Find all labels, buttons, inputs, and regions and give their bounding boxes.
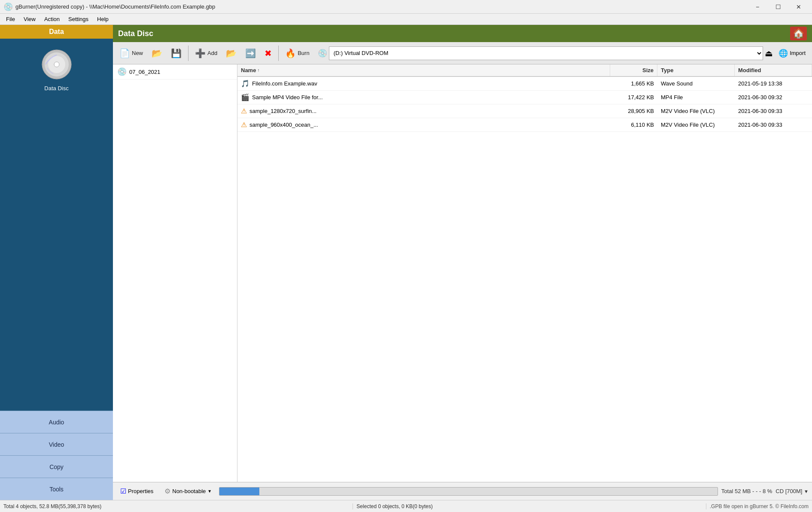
folder-item[interactable]: 💿07_06_2021 xyxy=(113,64,237,79)
file-size-cell: 17,422 KB xyxy=(610,91,657,103)
status-bar: Total 4 objects, 52.8 MB(55,398,378 byte… xyxy=(0,500,812,512)
status-left: Total 4 objects, 52.8 MB(55,398,378 byte… xyxy=(0,503,353,509)
svg-point-3 xyxy=(54,62,59,67)
disc-type-label: CD [700M] xyxy=(776,488,802,494)
close-button[interactable]: ✕ xyxy=(789,0,809,13)
add-label: Add xyxy=(207,50,217,56)
new-icon: 📄 xyxy=(119,48,130,58)
sidebar-header: Data xyxy=(0,25,113,39)
burn-label: Burn xyxy=(298,50,309,56)
sidebar-item-audio[interactable]: Audio xyxy=(0,411,113,433)
gear-icon: ⚙ xyxy=(164,487,170,495)
open-button[interactable]: 📂 xyxy=(148,44,166,62)
file-size-cell: 1,665 KB xyxy=(610,78,657,89)
file-panel: Name ↑ Size Type Modified 🎵FileInfo.com … xyxy=(237,64,812,482)
menu-item-file[interactable]: File xyxy=(2,14,19,24)
content-header-title: Data Disc xyxy=(118,29,153,38)
folder-disc-icon: 💿 xyxy=(117,67,127,76)
file-name-cell: 🎬Sample MP4 Video File for... xyxy=(237,91,610,104)
bottom-bar: ☑ Properties ⚙ Non-bootable ▼ Total 52 M… xyxy=(113,482,812,500)
menu-item-settings[interactable]: Settings xyxy=(64,14,93,24)
content-header: Data Disc 🏠 xyxy=(113,25,812,42)
col-modified-label: Modified xyxy=(738,67,761,73)
table-row[interactable]: 🎬Sample MP4 Video File for... 17,422 KB … xyxy=(237,91,812,104)
sidebar-item-copy[interactable]: Copy xyxy=(0,455,113,478)
disc-dropdown-icon[interactable]: ▼ xyxy=(804,489,809,494)
col-size-label: Size xyxy=(642,67,654,73)
copy-button[interactable]: ➡️ xyxy=(241,44,260,62)
file-type-cell: M2V Video File (VLC) xyxy=(657,105,735,117)
file-panels: 💿07_06_2021 Name ↑ Size Type Modified xyxy=(113,64,812,482)
col-type-label: Type xyxy=(661,67,673,73)
file-name: sample_1280x720_surfin... xyxy=(249,108,316,114)
sidebar-bottom: AudioVideoCopyTools xyxy=(0,411,113,500)
status-extra: .GPB file open in gBurner 5. © FileInfo.… xyxy=(706,503,812,509)
eject-button[interactable]: ⏏ xyxy=(765,48,773,58)
new-label: New xyxy=(132,50,143,56)
file-list-body: 🎵FileInfo.com Example.wav 1,665 KB Wave … xyxy=(237,77,812,482)
title-bar-text: gBurner(Unregistered copy) - \\Mac\Home\… xyxy=(15,3,215,10)
open-icon: 📂 xyxy=(152,48,162,58)
status-right: Selected 0 objects, 0 KB(0 bytes) xyxy=(353,503,706,509)
folder-panel: 💿07_06_2021 xyxy=(113,64,237,482)
file-name-cell: ⚠sample_960x400_ocean_... xyxy=(237,118,610,131)
file-name: sample_960x400_ocean_... xyxy=(249,122,318,128)
sort-icon: ↑ xyxy=(257,68,259,73)
import-button[interactable]: 🌐 Import xyxy=(775,46,809,60)
progress-info: Total 52 MB - - - 8 % xyxy=(721,488,772,494)
folder-item-name: 07_06_2021 xyxy=(129,69,160,75)
col-header-name[interactable]: Name ↑ xyxy=(237,64,610,76)
minimize-button[interactable]: − xyxy=(748,0,767,13)
save-icon: 💾 xyxy=(171,48,182,58)
menu-item-view[interactable]: View xyxy=(19,14,40,24)
burn-icon: 🔥 xyxy=(285,48,296,58)
file-size-cell: 6,110 KB xyxy=(610,119,657,131)
import-icon: 🌐 xyxy=(779,49,788,58)
maximize-button[interactable]: ☐ xyxy=(768,0,788,13)
file-name: Sample MP4 Video File for... xyxy=(252,94,323,101)
table-row[interactable]: ⚠sample_1280x720_surfin... 28,905 KB M2V… xyxy=(237,104,812,118)
main-layout: Data Data Disc AudioVideoCopyTools xyxy=(0,25,812,500)
menu-item-action[interactable]: Action xyxy=(40,14,64,24)
file-modified-cell: 2021-06-30 09:32 xyxy=(735,91,812,103)
save-button[interactable]: 💾 xyxy=(167,44,186,62)
file-name: FileInfo.com Example.wav xyxy=(252,80,317,87)
drive-selector[interactable]: (D:) Virtual DVD-ROM xyxy=(329,46,763,60)
new-button[interactable]: 📄 New xyxy=(116,44,147,62)
toolbar-separator-1 xyxy=(188,46,189,61)
content-area: Data Disc 🏠 📄 New 📂 💾 ➕ Add xyxy=(113,25,812,500)
delete-icon: ✖ xyxy=(265,48,272,58)
toolbar: 📄 New 📂 💾 ➕ Add 📂 ➡️ xyxy=(113,42,812,64)
copy-icon: ➡️ xyxy=(245,48,256,58)
title-bar-controls: − ☐ ✕ xyxy=(748,0,809,13)
drive-icon: 💿 xyxy=(318,49,327,58)
add-button[interactable]: ➕ Add xyxy=(191,44,221,62)
burn-button[interactable]: 🔥 Burn xyxy=(281,44,313,62)
col-header-size[interactable]: Size xyxy=(610,64,657,76)
col-name-label: Name xyxy=(241,67,256,73)
non-bootable-button[interactable]: ⚙ Non-bootable ▼ xyxy=(161,485,216,497)
extract-icon: 📂 xyxy=(226,48,237,58)
file-modified-cell: 2021-05-19 13:38 xyxy=(735,78,812,89)
data-disc-icon xyxy=(40,47,74,82)
sidebar-item-tools[interactable]: Tools xyxy=(0,478,113,500)
properties-button[interactable]: ☑ Properties xyxy=(116,485,157,497)
file-size-cell: 28,905 KB xyxy=(610,105,657,117)
sidebar-active-label: Data Disc xyxy=(44,85,68,91)
col-header-modified[interactable]: Modified xyxy=(735,64,812,76)
drive-selector-wrapper: 💿 (D:) Virtual DVD-ROM ⏏ 🌐 Import xyxy=(318,46,809,60)
file-type-icon: 🎬 xyxy=(241,93,249,101)
toolbar-separator-2 xyxy=(278,46,279,61)
col-header-type[interactable]: Type xyxy=(657,64,735,76)
extract-button[interactable]: 📂 xyxy=(222,44,240,62)
dropdown-arrow-icon: ▼ xyxy=(207,489,212,494)
table-row[interactable]: ⚠sample_960x400_ocean_... 6,110 KB M2V V… xyxy=(237,118,812,132)
file-list-header: Name ↑ Size Type Modified xyxy=(237,64,812,77)
non-bootable-label: Non-bootable xyxy=(172,488,206,494)
menu-item-help[interactable]: Help xyxy=(93,14,113,24)
table-row[interactable]: 🎵FileInfo.com Example.wav 1,665 KB Wave … xyxy=(237,77,812,91)
file-type-cell: M2V Video File (VLC) xyxy=(657,119,735,131)
delete-button[interactable]: ✖ xyxy=(261,44,276,62)
home-icon-button[interactable]: 🏠 xyxy=(790,27,807,40)
sidebar-item-video[interactable]: Video xyxy=(0,433,113,455)
